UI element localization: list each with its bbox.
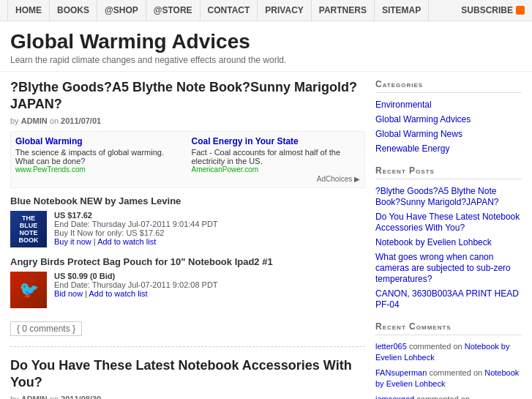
nav-item-partners[interactable]: PARTNERS <box>312 0 375 20</box>
ad-item-1: Global Warming The science & impacts of … <box>15 136 184 183</box>
list-item: What goes wrong when canon cameras are s… <box>375 251 522 284</box>
ebay-item-2-price: US $0.99 (0 Bid) <box>54 272 218 280</box>
nav-item-store[interactable]: @STORE <box>146 0 201 20</box>
ad-desc-2: Fact - Coal accounts for almost half of … <box>192 148 361 165</box>
ebay-item-1-actions: Buy it now | Add to watch list <box>54 237 218 246</box>
cat-gwa[interactable]: Global Warming Advices <box>375 114 471 124</box>
comment-2-action: commented on <box>429 368 482 377</box>
list-item: Renewable Energy <box>375 143 522 154</box>
comment-1: letter065 commented on Notebook by Eveli… <box>375 341 522 364</box>
article-2-meta: by ADMIN on 2011/08/30 <box>10 395 365 399</box>
ebay-item-1-bid[interactable]: Buy it now <box>54 237 91 246</box>
article-2-date: 2011/08/30 <box>61 395 101 399</box>
ebay-product-1-title: Blue Notebook NEW by James Levine <box>10 195 365 206</box>
list-item: Notebook by Evelien Lohbeck <box>375 236 522 247</box>
article-2-author: ADMIN <box>21 395 48 399</box>
ad-url-2: AmericanPower.com <box>192 165 361 174</box>
site-header: Global Warming Advices Learn the rapid c… <box>0 21 532 72</box>
comment-2: FANsuperman commented on Notebook by Eve… <box>375 368 522 390</box>
rss-icon <box>516 6 525 15</box>
nav-item-books[interactable]: BOOKS <box>50 0 97 20</box>
sidebar-recent-comments: Recent Comments letter065 commented on N… <box>375 321 522 399</box>
cat-renewable[interactable]: Renewable Energy <box>375 143 449 154</box>
list-item: Global Warming News <box>375 128 522 139</box>
ebay-item-2: 🐦 US $0.99 (0 Bid) End Date: Thursday Ju… <box>10 272 365 308</box>
article-1: ?Blythe Goods?A5 Blythe Note Book?Sunny … <box>10 79 365 347</box>
ad-url-1: www.PewTrends.com <box>15 165 184 174</box>
article-2-title: Do You Have These Latest Notebook Access… <box>10 357 365 392</box>
site-tagline: Learn the rapid climate changes and nega… <box>10 55 522 65</box>
commenter-3[interactable]: iamsexgod <box>375 395 414 399</box>
nav-item-privacy[interactable]: PRIVACY <box>258 0 311 20</box>
nav-items: HOMEBOOKS@SHOP@STORECONTACTPRIVACYPARTNE… <box>7 0 461 20</box>
ebay-item-2-details: US $0.99 (0 Bid) End Date: Thursday Jul-… <box>54 272 218 298</box>
ebay-item-2-end: End Date: Thursday Jul-07-2011 9:02:08 P… <box>54 280 218 289</box>
subscribe-button[interactable]: SUBSCRIBE <box>461 5 525 15</box>
ad-link-2[interactable]: Coal Energy in Your State <box>192 136 299 146</box>
list-item: Global Warming Advices <box>375 113 522 124</box>
main-layout: ?Blythe Goods?A5 Blythe Note Book?Sunny … <box>0 72 532 399</box>
ad-link-1[interactable]: Global Warming <box>15 136 83 146</box>
post-5[interactable]: CANON, 3630B003AA PRINT HEAD PF-04 <box>375 288 519 310</box>
list-item: CANON, 3630B003AA PRINT HEAD PF-04 <box>375 288 522 310</box>
ebay-item-2-actions: Bid now | Add to watch list <box>54 289 218 298</box>
ebay-item-1: THEBLUENOTEBOOK US $17.62 End Date: Thur… <box>10 211 365 247</box>
article-1-date: 2011/07/01 <box>61 116 101 125</box>
article-1-meta: by ADMIN on 2011/07/01 <box>10 116 365 125</box>
article-1-author: ADMIN <box>21 116 48 125</box>
content-area: ?Blythe Goods?A5 Blythe Note Book?Sunny … <box>10 79 365 399</box>
ebay-product-2-title: Angry Birds Protect Bag Pouch for 10" No… <box>10 256 365 267</box>
article-1-title: ?Blythe Goods?A5 Blythe Note Book?Sunny … <box>10 79 365 113</box>
post-2[interactable]: Do You Have These Latest Notebook Access… <box>375 212 520 233</box>
sidebar: Categories Environmental Global Warming … <box>375 79 522 399</box>
comment-3-action: commented on <box>416 395 470 399</box>
list-item: ?Blythe Goods?A5 Blythe Note Book?Sunny … <box>375 185 522 207</box>
commenter-1[interactable]: letter065 <box>375 342 407 351</box>
ad-choices[interactable]: AdChoices ▶ <box>192 175 361 183</box>
nav-item-shop[interactable]: @SHOP <box>97 0 146 20</box>
ebay-item-2-watch[interactable]: Add to watch list <box>89 289 148 298</box>
subscribe-label: SUBSCRIBE <box>461 5 513 15</box>
ad-item-2: Coal Energy in Your State Fact - Coal ac… <box>192 136 361 183</box>
categories-title: Categories <box>375 79 522 93</box>
post-4[interactable]: What goes wrong when canon cameras are s… <box>375 252 511 284</box>
main-nav: HOMEBOOKS@SHOP@STORECONTACTPRIVACYPARTNE… <box>0 0 532 21</box>
ebay-item-1-end: End Date: Thursday Jul-07-2011 9:01:44 P… <box>54 220 218 228</box>
recent-posts-title: Recent Posts <box>375 165 522 179</box>
ebay-item-2-bid[interactable]: Bid now <box>54 289 83 298</box>
ebay-item-1-buynow: Buy It Now for only: US $17.62 <box>54 228 218 237</box>
comment-3: iamsexgod commented on <box>375 394 522 399</box>
comment-1-action: commented on <box>409 342 462 351</box>
post-3[interactable]: Notebook by Evelien Lohbeck <box>375 237 492 247</box>
cat-gwn[interactable]: Global Warming News <box>375 129 462 139</box>
article-1-comments[interactable]: { 0 comments } <box>10 321 82 336</box>
ebay-item-1-thumb: THEBLUENOTEBOOK <box>10 211 47 247</box>
article-2: Do You Have These Latest Notebook Access… <box>10 357 365 399</box>
commenter-2[interactable]: FANsuperman <box>375 368 427 377</box>
nav-item-contact[interactable]: CONTACT <box>201 0 258 20</box>
article-1-comments-text: 0 comments <box>22 324 70 334</box>
nav-item-sitemap[interactable]: SITEMAP <box>375 0 429 20</box>
list-item: Environmental <box>375 99 522 110</box>
sidebar-recent-posts: Recent Posts ?Blythe Goods?A5 Blythe Not… <box>375 165 522 310</box>
nav-item-home[interactable]: HOME <box>7 0 50 20</box>
post-1[interactable]: ?Blythe Goods?A5 Blythe Note Book?Sunny … <box>375 186 499 207</box>
ebay-item-2-thumb: 🐦 <box>10 272 47 308</box>
ebay-item-1-watch[interactable]: Add to watch list <box>97 237 156 246</box>
cat-environmental[interactable]: Environmental <box>375 100 432 110</box>
ebay-item-1-price: US $17.62 <box>54 211 218 220</box>
ad-desc-1: The science & impacts of global warming.… <box>15 148 184 165</box>
list-item: Do You Have These Latest Notebook Access… <box>375 211 522 233</box>
ebay-item-1-details: US $17.62 End Date: Thursday Jul-07-2011… <box>54 211 218 246</box>
categories-list: Environmental Global Warming Advices Glo… <box>375 99 522 154</box>
recent-comments-title: Recent Comments <box>375 321 522 335</box>
sidebar-categories: Categories Environmental Global Warming … <box>375 79 522 154</box>
recent-posts-list: ?Blythe Goods?A5 Blythe Note Book?Sunny … <box>375 185 522 310</box>
site-title: Global Warming Advices <box>10 30 522 53</box>
ad-block: Global Warming The science & impacts of … <box>10 131 365 188</box>
article-2-title-link[interactable]: Do You Have These Latest Notebook Access… <box>10 358 352 389</box>
article-1-title-link[interactable]: ?Blythe Goods?A5 Blythe Note Book?Sunny … <box>10 80 357 111</box>
